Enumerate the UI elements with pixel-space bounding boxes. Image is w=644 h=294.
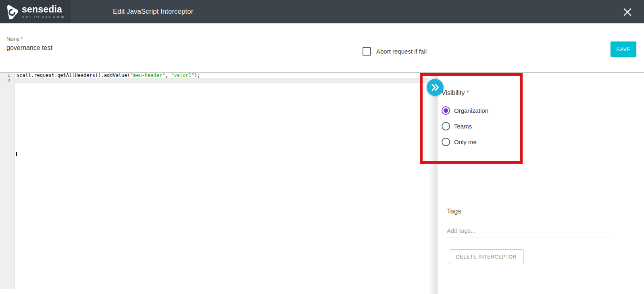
abort-request-row: Abort request if fail	[363, 47, 427, 56]
required-asterisk: *	[467, 89, 469, 96]
radio-button[interactable]	[442, 138, 450, 146]
code-text: ,	[165, 72, 171, 78]
sensedia-logo: sensedia API PLATFORM	[0, 0, 71, 23]
header-bar: sensedia API PLATFORM Edit JavaScript In…	[0, 0, 644, 23]
visibility-label: Visibility *	[442, 89, 469, 97]
line-number: 2	[0, 78, 10, 83]
editor-gutter: 1 2	[0, 73, 15, 289]
tags-input[interactable]	[447, 224, 613, 238]
sensedia-logo-icon	[4, 4, 19, 19]
name-field-group: Name *	[6, 36, 258, 55]
code-line-2-active[interactable]	[15, 78, 429, 83]
radio-button-selected[interactable]	[442, 106, 450, 115]
name-field-label: Name *	[6, 36, 258, 42]
delete-interceptor-button[interactable]: DELETE INTERCEPTOR	[449, 249, 524, 264]
abort-request-label: Abort request if fail	[376, 48, 427, 55]
radio-button[interactable]	[442, 122, 450, 130]
edit-javascript-interceptor-modal: sensedia API PLATFORM Edit JavaScript In…	[0, 0, 644, 294]
close-icon[interactable]	[621, 6, 634, 18]
abort-request-checkbox[interactable]	[363, 47, 371, 56]
double-chevron-right-icon	[430, 83, 440, 91]
name-input[interactable]	[6, 43, 258, 55]
code-text: );	[194, 72, 200, 78]
tags-label: Tags	[447, 207, 461, 215]
collapse-panel-button[interactable]	[427, 79, 444, 96]
radio-organization[interactable]: Organization	[442, 106, 488, 115]
radio-label: Only me	[454, 139, 477, 145]
required-asterisk: *	[21, 36, 23, 42]
code-editor[interactable]: 1 2 $call.request.getAllHeaders().addVal…	[0, 73, 429, 289]
radio-label: Organization	[454, 107, 488, 114]
code-string: "meu-header"	[130, 72, 165, 78]
text-cursor	[16, 152, 17, 156]
radio-only-me[interactable]: Only me	[442, 138, 477, 146]
code-line-1[interactable]: $call.request.getAllHeaders().addValue("…	[15, 73, 429, 78]
line-number: 1	[0, 73, 10, 78]
header-divider	[101, 4, 101, 19]
save-button[interactable]: SAVE	[611, 41, 636, 57]
panel-edge-shadow	[429, 73, 438, 294]
code-text: $call.request.getAllHeaders().addValue(	[17, 72, 130, 78]
code-string: "valor1"	[171, 72, 194, 78]
brand-name: sensedia	[22, 5, 65, 14]
radio-label: Teams	[454, 123, 472, 130]
brand-subtitle: API PLATFORM	[22, 15, 65, 19]
page-title: Edit JavaScript Interceptor	[113, 0, 193, 23]
radio-teams[interactable]: Teams	[442, 122, 472, 130]
